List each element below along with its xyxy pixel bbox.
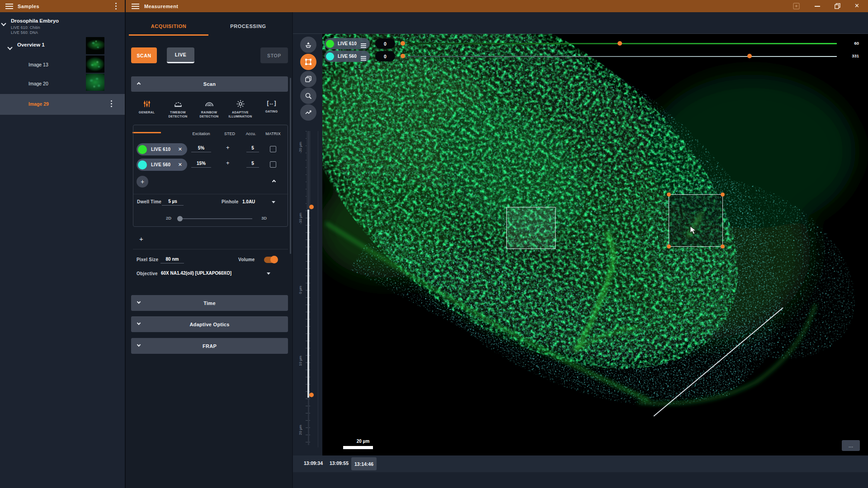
- live560-label: LIVE 560: [151, 162, 170, 167]
- live610-excitation-input[interactable]: 5%: [191, 145, 211, 152]
- roi-rectangle-1[interactable]: [506, 207, 556, 249]
- scan-section-bar[interactable]: Scan: [131, 76, 288, 92]
- roi2-handle-bottom-right[interactable]: [721, 244, 725, 249]
- channel-chip-live610[interactable]: LIVE 610 ✕: [137, 143, 187, 155]
- pinhole-caret-icon[interactable]: [272, 201, 275, 203]
- image-canvas[interactable]: 20 µm: [322, 34, 868, 455]
- image-13-item[interactable]: Image 13: [28, 62, 48, 67]
- card-collapse-icon[interactable]: [272, 180, 276, 183]
- timestamp-2[interactable]: 13:09:55: [330, 460, 349, 466]
- live560-offset-value[interactable]: 0: [375, 51, 395, 61]
- add-scan-block-button[interactable]: +: [139, 235, 143, 243]
- gating-icon: [↔]: [256, 100, 287, 106]
- live560-excitation-input[interactable]: 15%: [191, 161, 211, 168]
- roi2-handle-top-left[interactable]: [667, 192, 671, 197]
- viewer-channel-live610[interactable]: LIVE 610: [325, 38, 370, 49]
- z-range-end-handle[interactable]: [309, 393, 314, 397]
- mode-3d-label: 3D: [261, 216, 267, 221]
- image-20-item[interactable]: Image 20: [28, 81, 48, 86]
- profile-button[interactable]: [300, 104, 316, 121]
- rainbow-icon: [205, 100, 214, 108]
- volume-label: Volume: [238, 257, 255, 262]
- live610-sted-add[interactable]: +: [226, 144, 230, 151]
- objective-caret-icon[interactable]: [267, 272, 270, 275]
- dimension-slider-track[interactable]: [177, 218, 252, 219]
- project-name[interactable]: Drosophila Embryo: [11, 18, 59, 23]
- time-expand-icon: [137, 300, 141, 304]
- viewer-live560-menu-icon[interactable]: [361, 56, 366, 57]
- zoom-button[interactable]: [300, 88, 316, 104]
- timestamp-1[interactable]: 13:09:34: [304, 460, 323, 466]
- live610-remove-icon[interactable]: ✕: [178, 146, 182, 152]
- col-matrix: MATRIX: [263, 131, 283, 136]
- live560-sted-add[interactable]: +: [226, 160, 230, 166]
- pinhole-select[interactable]: 1.0AU: [242, 199, 255, 204]
- card-divider: [133, 194, 288, 194]
- live560-matrix-checkbox[interactable]: [270, 161, 276, 168]
- objective-select[interactable]: 60X NA1.42(oil) [UPLXAPO60XO]: [161, 271, 231, 276]
- viewer-live560-label: LIVE 560: [338, 54, 357, 59]
- roi-rectangle-2[interactable]: [669, 194, 723, 247]
- adaptive-optics-section-title: Adaptive Optics: [189, 322, 229, 327]
- samples-menu-icon[interactable]: [5, 4, 13, 5]
- layers-button[interactable]: [300, 71, 316, 87]
- roi2-handle-top-right[interactable]: [721, 192, 725, 197]
- live610-offset-value[interactable]: 0: [375, 38, 395, 49]
- viewer-more-button[interactable]: …: [842, 440, 860, 451]
- live-button[interactable]: LIVE: [167, 47, 194, 63]
- viewer-channel-live560[interactable]: LIVE 560: [325, 51, 370, 62]
- measurement-header: Measurement ✕: [126, 0, 868, 12]
- pixel-size-input[interactable]: 80 nm: [160, 257, 184, 263]
- z-label-3: 0 µm: [298, 281, 302, 299]
- panel-scrollbar[interactable]: [290, 78, 291, 254]
- viewer-live610-menu-icon[interactable]: [361, 43, 366, 44]
- roi2-handle-bottom-left[interactable]: [667, 244, 671, 249]
- image-29-kebab-icon[interactable]: [111, 100, 112, 102]
- timebow-gauge-icon: [174, 100, 183, 108]
- live610-slider-min-handle[interactable]: [401, 41, 405, 46]
- roi-tool-button[interactable]: [300, 54, 316, 70]
- frap-expand-icon: [137, 343, 141, 347]
- image-20-thumbnail[interactable]: [86, 74, 104, 91]
- project-collapse-icon[interactable]: [2, 19, 5, 27]
- excitation-card: Excitation STED Accu. MATRIX LIVE 610 ✕ …: [133, 125, 288, 227]
- stop-button[interactable]: STOP: [260, 47, 288, 63]
- image-29-item[interactable]: Image 29: [28, 101, 49, 107]
- live560-slider-min-handle[interactable]: [401, 54, 405, 58]
- live610-accu-input[interactable]: 5: [246, 145, 259, 152]
- time-section-bar[interactable]: Time: [131, 295, 288, 311]
- live610-matrix-checkbox[interactable]: [270, 146, 276, 152]
- live560-slider-handle[interactable]: [747, 54, 752, 58]
- image-29-selected-row[interactable]: Image 29: [0, 94, 125, 115]
- restore-button[interactable]: [835, 3, 840, 9]
- tab-processing[interactable]: PROCESSING: [208, 23, 288, 29]
- overview-collapse-icon[interactable]: [8, 43, 12, 51]
- dwell-time-input[interactable]: 5 µs: [162, 199, 184, 206]
- scan-button[interactable]: SCAN: [131, 47, 157, 63]
- z-range-start-handle[interactable]: [309, 205, 314, 209]
- minimize-button[interactable]: [815, 6, 820, 7]
- adaptive-optics-section-bar[interactable]: Adaptive Optics: [131, 316, 288, 332]
- tab-acquisition[interactable]: ACQUISITION: [129, 23, 208, 29]
- volume-toggle[interactable]: [264, 257, 278, 263]
- live560-accu-input[interactable]: 5: [246, 161, 259, 168]
- z-slider-range[interactable]: [307, 210, 309, 398]
- measurement-menu-icon[interactable]: [132, 4, 139, 5]
- live610-slider-handle[interactable]: [618, 41, 622, 46]
- viewer-live610-label: LIVE 610: [338, 41, 357, 46]
- add-channel-button[interactable]: +: [137, 176, 148, 188]
- samples-kebab-icon[interactable]: [115, 3, 117, 4]
- overview-item[interactable]: Overview 1: [17, 42, 45, 47]
- channel-chip-live560[interactable]: LIVE 560 ✕: [137, 159, 187, 171]
- live560-range-slider[interactable]: [407, 56, 837, 57]
- live560-remove-icon[interactable]: ✕: [178, 162, 182, 168]
- overview-thumbnail[interactable]: [86, 37, 104, 54]
- viewer-live560-dot: [326, 52, 334, 61]
- image-13-thumbnail[interactable]: [86, 56, 104, 73]
- close-button[interactable]: ✕: [854, 2, 859, 9]
- timestamp-active-box[interactable]: 13:14:46: [351, 457, 377, 470]
- dimension-slider-knob[interactable]: [177, 216, 183, 221]
- stage-navigator-button[interactable]: [300, 37, 316, 53]
- frap-section-bar[interactable]: FRAP: [131, 338, 288, 354]
- intensity-profile-icon: [304, 108, 312, 117]
